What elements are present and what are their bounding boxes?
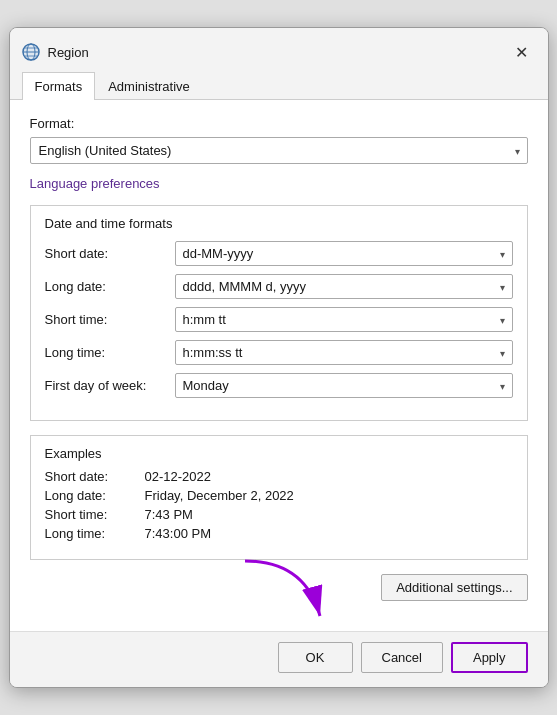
example-long-date-label: Long date: xyxy=(45,488,145,503)
long-time-label: Long time: xyxy=(45,345,175,360)
long-time-select-wrapper: h:mm:ss tt ▾ xyxy=(175,340,513,365)
examples-title: Examples xyxy=(45,446,513,461)
date-time-group: Date and time formats Short date: dd-MM-… xyxy=(30,205,528,421)
dialog-content: Format: English (United States) ▾ Langua… xyxy=(10,100,548,631)
tab-bar: Formats Administrative xyxy=(10,72,548,100)
first-day-select-wrapper: Monday ▾ xyxy=(175,373,513,398)
short-date-row: Short date: dd-MM-yyyy ▾ xyxy=(45,241,513,266)
tab-formats[interactable]: Formats xyxy=(22,72,96,100)
first-day-select[interactable]: Monday xyxy=(175,373,513,398)
long-date-select-wrapper: dddd, MMMM d, yyyy ▾ xyxy=(175,274,513,299)
globe-icon xyxy=(22,43,40,61)
short-time-row: Short time: h:mm tt ▾ xyxy=(45,307,513,332)
first-day-label: First day of week: xyxy=(45,378,175,393)
format-label: Format: xyxy=(30,116,528,131)
long-date-row: Long date: dddd, MMMM d, yyyy ▾ xyxy=(45,274,513,299)
window-title: Region xyxy=(48,45,508,60)
tab-administrative[interactable]: Administrative xyxy=(95,72,203,100)
example-long-time-value: 7:43:00 PM xyxy=(145,526,212,541)
example-short-date-label: Short date: xyxy=(45,469,145,484)
long-time-select[interactable]: h:mm:ss tt xyxy=(175,340,513,365)
example-long-date: Long date: Friday, December 2, 2022 xyxy=(45,488,513,503)
button-row: OK Cancel Apply xyxy=(10,631,548,687)
example-short-date: Short date: 02-12-2022 xyxy=(45,469,513,484)
first-day-row: First day of week: Monday ▾ xyxy=(45,373,513,398)
language-preferences-link[interactable]: Language preferences xyxy=(30,176,160,191)
short-time-select-wrapper: h:mm tt ▾ xyxy=(175,307,513,332)
short-date-select[interactable]: dd-MM-yyyy xyxy=(175,241,513,266)
date-time-group-title: Date and time formats xyxy=(45,216,513,231)
examples-group: Examples Short date: 02-12-2022 Long dat… xyxy=(30,435,528,560)
svg-point-5 xyxy=(23,44,39,60)
example-long-time-label: Long time: xyxy=(45,526,145,541)
example-long-time: Long time: 7:43:00 PM xyxy=(45,526,513,541)
example-short-time-label: Short time: xyxy=(45,507,145,522)
example-long-date-value: Friday, December 2, 2022 xyxy=(145,488,294,503)
region-dialog: Region ✕ Formats Administrative Format: … xyxy=(9,27,549,688)
format-select[interactable]: English (United States) xyxy=(30,137,528,164)
example-short-date-value: 02-12-2022 xyxy=(145,469,212,484)
short-time-label: Short time: xyxy=(45,312,175,327)
short-time-select[interactable]: h:mm tt xyxy=(175,307,513,332)
cancel-button[interactable]: Cancel xyxy=(361,642,443,673)
long-date-label: Long date: xyxy=(45,279,175,294)
ok-button[interactable]: OK xyxy=(278,642,353,673)
example-short-time: Short time: 7:43 PM xyxy=(45,507,513,522)
close-button[interactable]: ✕ xyxy=(508,38,536,66)
short-date-select-wrapper: dd-MM-yyyy ▾ xyxy=(175,241,513,266)
button-area: OK Cancel Apply xyxy=(10,631,548,687)
example-short-time-value: 7:43 PM xyxy=(145,507,193,522)
format-select-wrapper: English (United States) ▾ xyxy=(30,137,528,164)
long-date-select[interactable]: dddd, MMMM d, yyyy xyxy=(175,274,513,299)
apply-button[interactable]: Apply xyxy=(451,642,528,673)
additional-settings-row: Additional settings... xyxy=(30,574,528,601)
additional-settings-button[interactable]: Additional settings... xyxy=(381,574,527,601)
title-bar: Region ✕ xyxy=(10,28,548,72)
short-date-label: Short date: xyxy=(45,246,175,261)
long-time-row: Long time: h:mm:ss tt ▾ xyxy=(45,340,513,365)
